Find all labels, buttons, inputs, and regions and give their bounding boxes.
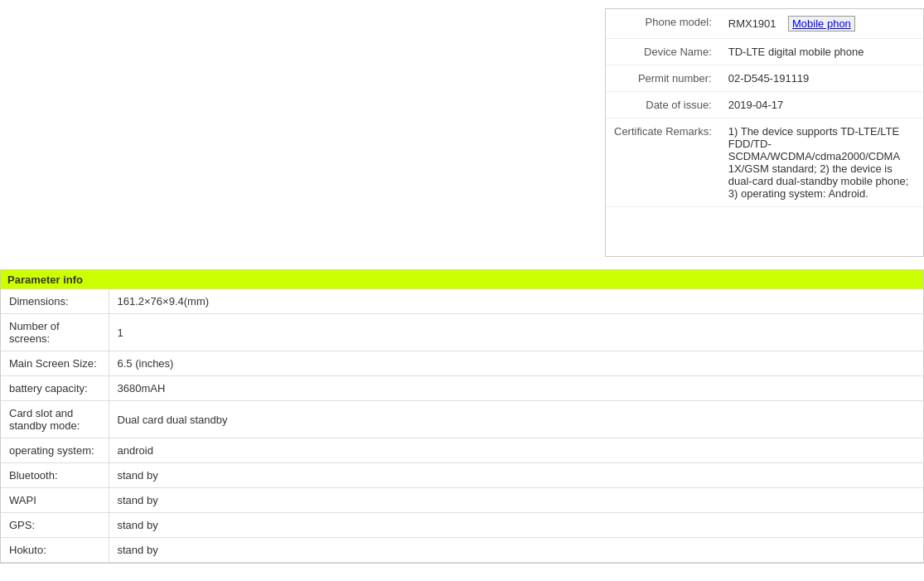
left-panel bbox=[0, 8, 605, 257]
param-value: stand by bbox=[109, 463, 923, 488]
param-label: Card slot and standby mode: bbox=[1, 401, 109, 438]
param-table-row: Hokuto:stand by bbox=[1, 538, 923, 563]
device-name-value: TD-LTE digital mobile phone bbox=[720, 39, 923, 65]
phone-model-text: RMX1901 bbox=[728, 17, 776, 30]
param-table: Dimensions:161.2×76×9.4(mm)Number of scr… bbox=[1, 289, 923, 563]
param-label: battery capacity: bbox=[1, 376, 109, 401]
certificate-remarks-value: 1) The device supports TD-LTE/LTE FDD/TD… bbox=[720, 119, 923, 207]
param-table-row: WAPIstand by bbox=[1, 488, 923, 513]
table-row: Certificate Remarks: 1) The device suppo… bbox=[606, 119, 923, 207]
param-section: Parameter info Dimensions:161.2×76×9.4(m… bbox=[0, 269, 924, 564]
param-label: GPS: bbox=[1, 513, 109, 538]
top-section: Phone model: RMX1901 Mobile phon Device … bbox=[0, 0, 924, 265]
param-table-row: Number of screens:1 bbox=[1, 314, 923, 351]
date-of-issue-label: Date of issue: bbox=[606, 92, 720, 119]
table-row: Date of issue: 2019-04-17 bbox=[606, 92, 923, 119]
param-table-row: GPS:stand by bbox=[1, 513, 923, 538]
mobile-phone-link[interactable]: Mobile phon bbox=[788, 16, 855, 31]
param-label: Main Screen Size: bbox=[1, 351, 109, 376]
param-table-row: operating system:android bbox=[1, 438, 923, 463]
info-table: Phone model: RMX1901 Mobile phon Device … bbox=[606, 9, 923, 207]
param-value: 1 bbox=[109, 314, 923, 351]
param-table-row: Bluetooth:stand by bbox=[1, 463, 923, 488]
phone-model-value: RMX1901 Mobile phon bbox=[720, 9, 923, 39]
param-value: android bbox=[109, 438, 923, 463]
device-name-label: Device Name: bbox=[606, 39, 720, 65]
certificate-remarks-label: Certificate Remarks: bbox=[606, 119, 720, 207]
param-table-row: Main Screen Size:6.5 (inches) bbox=[1, 351, 923, 376]
param-table-row: Dimensions:161.2×76×9.4(mm) bbox=[1, 289, 923, 314]
phone-model-label: Phone model: bbox=[606, 9, 720, 39]
param-label: Hokuto: bbox=[1, 538, 109, 563]
param-value: 161.2×76×9.4(mm) bbox=[109, 289, 923, 314]
param-header: Parameter info bbox=[1, 270, 923, 289]
permit-number-value: 02-D545-191119 bbox=[720, 65, 923, 92]
table-row: Phone model: RMX1901 Mobile phon bbox=[606, 9, 923, 39]
table-row: Device Name: TD-LTE digital mobile phone bbox=[606, 39, 923, 65]
param-value: stand by bbox=[109, 513, 923, 538]
param-label: Bluetooth: bbox=[1, 463, 109, 488]
right-panel: Phone model: RMX1901 Mobile phon Device … bbox=[605, 8, 924, 257]
param-value: stand by bbox=[109, 488, 923, 513]
param-table-row: Card slot and standby mode:Dual card dua… bbox=[1, 401, 923, 438]
param-value: Dual card dual standby bbox=[109, 401, 923, 438]
param-label: operating system: bbox=[1, 438, 109, 463]
table-row: Permit number: 02-D545-191119 bbox=[606, 65, 923, 92]
date-of-issue-value: 2019-04-17 bbox=[720, 92, 923, 119]
param-value: 6.5 (inches) bbox=[109, 351, 923, 376]
param-label: Dimensions: bbox=[1, 289, 109, 314]
param-value: stand by bbox=[109, 538, 923, 563]
param-label: Number of screens: bbox=[1, 314, 109, 351]
permit-number-label: Permit number: bbox=[606, 65, 720, 92]
param-label: WAPI bbox=[1, 488, 109, 513]
param-value: 3680mAH bbox=[109, 376, 923, 401]
param-table-row: battery capacity:3680mAH bbox=[1, 376, 923, 401]
